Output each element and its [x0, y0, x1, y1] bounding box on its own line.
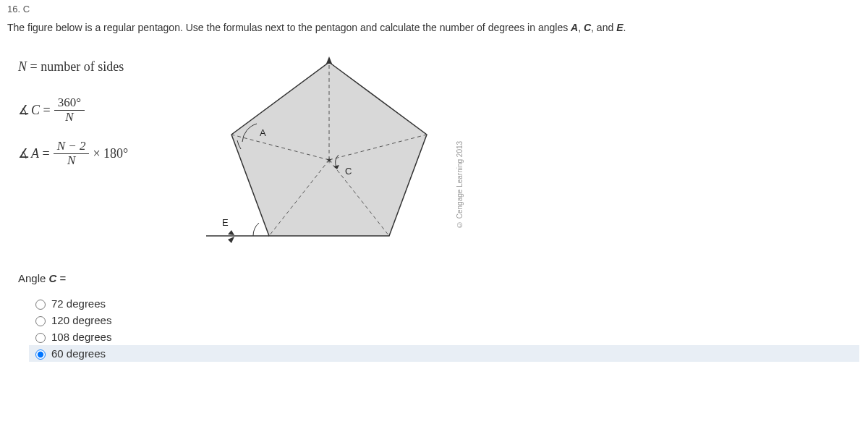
svg-marker-8	[228, 237, 234, 243]
radio-108[interactable]	[35, 333, 46, 343]
radio-60[interactable]	[35, 349, 46, 360]
var-a: A	[571, 22, 578, 33]
formula-mult: × 180°	[93, 146, 128, 161]
frac-a-num: N − 2	[54, 140, 90, 154]
radio-120[interactable]	[35, 316, 46, 326]
options-group: 72 degrees 120 degrees 108 degrees 60 de…	[18, 295, 861, 362]
formula-n-definition: N = number of sides	[18, 51, 184, 82]
var-c: C	[584, 22, 591, 33]
prompt: The figure below is a regular pentagon. …	[7, 22, 861, 33]
svg-text:✶: ✶	[326, 156, 333, 166]
option-60[interactable]: 60 degrees	[29, 345, 859, 362]
option-108[interactable]: 108 degrees	[29, 329, 861, 345]
label-c: C	[345, 166, 352, 177]
option-label: 108 degrees	[51, 331, 111, 343]
radio-72[interactable]	[35, 300, 46, 310]
prompt-text: The figure below is a regular pentagon. …	[7, 22, 571, 33]
answer-prompt: Angle C =	[18, 272, 861, 284]
option-72[interactable]: 72 degrees	[29, 295, 861, 312]
label-e: E	[222, 217, 229, 228]
question-number: 16. C	[7, 4, 861, 14]
option-label: 72 degrees	[51, 297, 106, 310]
option-label: 60 degrees	[51, 347, 106, 360]
label-a: A	[260, 127, 266, 138]
formula-angle-a: ∡A = N − 2 N × 180°	[18, 138, 184, 169]
frac-a-den: N	[64, 154, 79, 168]
svg-marker-9	[326, 56, 332, 64]
option-120[interactable]: 120 degrees	[29, 312, 861, 329]
svg-marker-7	[228, 230, 234, 235]
option-label: 120 degrees	[51, 314, 111, 326]
formulas-block: N = number of sides ∡C = 360° N ∡A = N −…	[18, 48, 184, 182]
pentagon-diagram: ✶ A C E	[184, 48, 459, 250]
frac-c-den: N	[61, 111, 77, 124]
copyright-text: © Cengage Learning 2013	[456, 120, 464, 229]
var-e: E	[616, 22, 623, 33]
frac-c-num: 360°	[54, 96, 85, 111]
formula-angle-c: ∡C = 360° N	[18, 95, 184, 125]
